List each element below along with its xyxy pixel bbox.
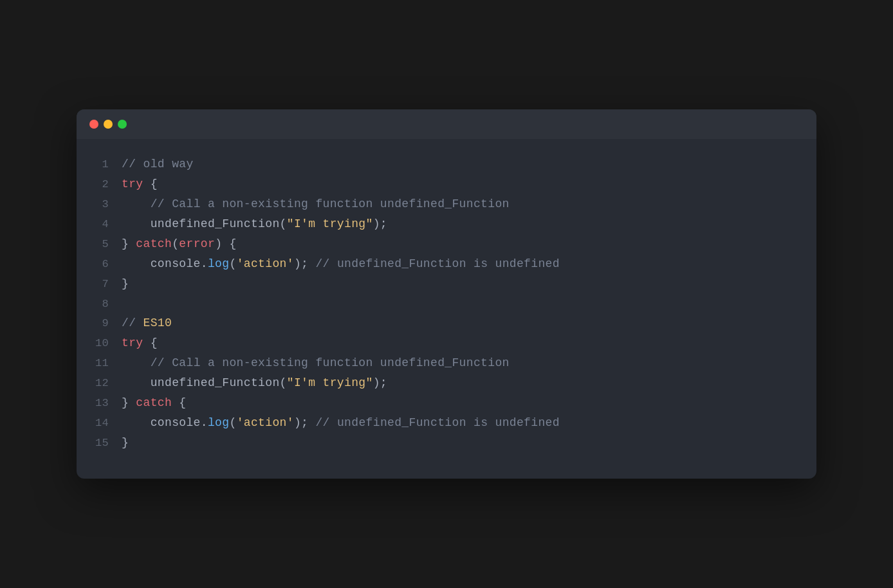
line-number: 13 xyxy=(89,394,109,413)
code-line-2: 2 try { xyxy=(89,174,804,194)
code-content: // Call a non-existing function undefine… xyxy=(122,194,804,214)
line-number: 5 xyxy=(89,235,109,254)
code-content: try { xyxy=(122,333,804,353)
code-line-12: 12 undefined_Function("I'm trying"); xyxy=(89,373,804,393)
code-content: // old way xyxy=(122,154,804,174)
line-number: 2 xyxy=(89,176,109,194)
code-content: } catch(error) { xyxy=(122,234,804,254)
code-line-9: 9 // ES10 xyxy=(89,313,804,333)
line-number: 15 xyxy=(89,434,109,453)
code-content: } catch { xyxy=(122,393,804,413)
close-button[interactable] xyxy=(89,120,98,129)
code-line-5: 5 } catch(error) { xyxy=(89,234,804,254)
code-editor: 1 // old way 2 try { 3 // Call a non-exi… xyxy=(77,139,816,478)
code-line-6: 6 console.log('action'); // undefined_Fu… xyxy=(89,254,804,274)
code-content xyxy=(122,294,804,314)
code-content: undefined_Function("I'm trying"); xyxy=(122,373,804,393)
code-content: undefined_Function("I'm trying"); xyxy=(122,214,804,234)
code-line-7: 7 } xyxy=(89,274,804,294)
line-number: 10 xyxy=(89,335,109,353)
line-number: 11 xyxy=(89,354,109,373)
code-content: } xyxy=(122,274,804,294)
line-number: 4 xyxy=(89,216,109,234)
code-content: console.log('action'); // undefined_Func… xyxy=(122,254,804,274)
code-window: 1 // old way 2 try { 3 // Call a non-exi… xyxy=(77,109,816,478)
line-number: 3 xyxy=(89,196,109,214)
code-line-15: 15 } xyxy=(89,433,804,453)
code-content: console.log('action'); // undefined_Func… xyxy=(122,413,804,433)
line-number: 7 xyxy=(89,275,109,294)
maximize-button[interactable] xyxy=(118,120,127,129)
minimize-button[interactable] xyxy=(104,120,113,129)
code-line-1: 1 // old way xyxy=(89,154,804,174)
line-number: 1 xyxy=(89,156,109,174)
line-number: 9 xyxy=(89,315,109,333)
code-line-10: 10 try { xyxy=(89,333,804,353)
line-number: 14 xyxy=(89,414,109,433)
line-number: 12 xyxy=(89,374,109,393)
code-content: try { xyxy=(122,174,804,194)
code-line-3: 3 // Call a non-existing function undefi… xyxy=(89,194,804,214)
code-content: // ES10 xyxy=(122,313,804,333)
code-content: } xyxy=(122,433,804,453)
titlebar xyxy=(77,109,816,139)
code-content: // Call a non-existing function undefine… xyxy=(122,353,804,373)
code-line-14: 14 console.log('action'); // undefined_F… xyxy=(89,413,804,433)
line-number: 8 xyxy=(89,295,109,314)
code-line-11: 11 // Call a non-existing function undef… xyxy=(89,353,804,373)
code-line-8: 8 xyxy=(89,294,804,314)
line-number: 6 xyxy=(89,255,109,274)
code-line-4: 4 undefined_Function("I'm trying"); xyxy=(89,214,804,234)
code-line-13: 13 } catch { xyxy=(89,393,804,413)
